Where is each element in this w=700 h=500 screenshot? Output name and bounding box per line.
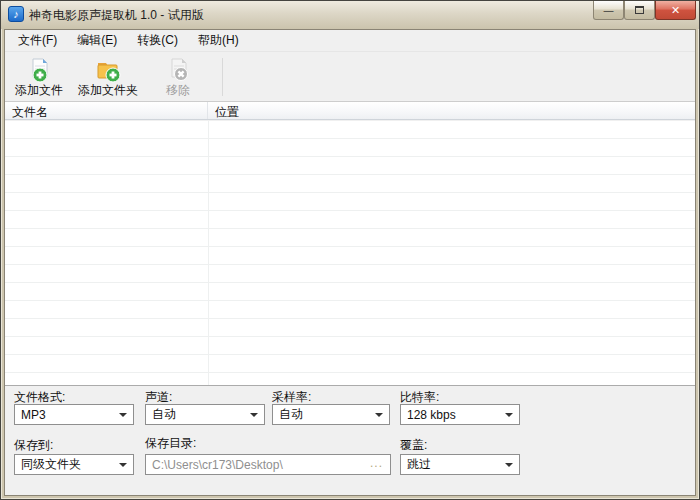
- save-dir-label: 保存目录:: [145, 435, 196, 452]
- menubar: 文件(F) 编辑(E) 转换(C) 帮助(H): [5, 30, 695, 52]
- menu-help[interactable]: 帮助(H): [188, 30, 249, 51]
- format-value: MP3: [21, 408, 46, 422]
- overwrite-value: 跳过: [407, 456, 431, 473]
- save-dir-input[interactable]: C:\Users\cr173\Desktop\ ...: [145, 454, 391, 475]
- sample-rate-select[interactable]: 自动: [272, 404, 390, 425]
- music-note-icon: ♪: [8, 6, 24, 22]
- channels-select[interactable]: 自动: [145, 404, 265, 425]
- app-window: ♪ 神奇电影原声提取机 1.0 - 试用版 — ✕ 文件(F) 编辑(E) 转换…: [0, 0, 700, 500]
- add-folder-button[interactable]: 添加文件夹: [71, 56, 145, 99]
- save-to-select[interactable]: 同级文件夹: [14, 454, 134, 475]
- chevron-down-icon: [505, 413, 513, 417]
- save-to-value: 同级文件夹: [21, 456, 81, 473]
- menu-file[interactable]: 文件(F): [8, 30, 67, 51]
- titlebar[interactable]: ♪ 神奇电影原声提取机 1.0 - 试用版 — ✕: [0, 0, 700, 29]
- column-header-location[interactable]: 位置: [208, 102, 695, 119]
- remove-label: 移除: [166, 84, 190, 97]
- save-dir-value: C:\Users\cr173\Desktop\: [152, 458, 283, 472]
- window-title: 神奇电影原声提取机 1.0 - 试用版: [29, 7, 204, 24]
- remove-button[interactable]: 移除: [151, 56, 205, 99]
- column-divider: [208, 121, 209, 385]
- chevron-down-icon: [119, 413, 127, 417]
- add-folder-icon: [95, 57, 122, 84]
- add-file-label: 添加文件: [15, 84, 63, 97]
- file-table-body[interactable]: [5, 121, 695, 385]
- client-area: 文件(F) 编辑(E) 转换(C) 帮助(H): [4, 29, 696, 496]
- settings-panel: 文件格式: 声道: 采样率: 比特率: MP3 自动 自动 1: [5, 385, 695, 495]
- toolbar: 添加文件 添加文件夹: [5, 53, 695, 102]
- close-button[interactable]: ✕: [655, 1, 696, 20]
- maximize-button[interactable]: [624, 1, 655, 20]
- remove-file-icon: [165, 57, 192, 84]
- sample-rate-value: 自动: [279, 406, 303, 423]
- bitrate-select[interactable]: 128 kbps: [400, 404, 520, 425]
- add-file-icon: [26, 57, 53, 84]
- chevron-down-icon: [250, 413, 258, 417]
- bitrate-value: 128 kbps: [407, 408, 456, 422]
- file-table-header: 文件名 位置: [5, 102, 695, 120]
- maximize-icon: [635, 6, 644, 14]
- toolbar-separator: [222, 58, 223, 96]
- format-select[interactable]: MP3: [14, 404, 134, 425]
- chevron-down-icon: [375, 413, 383, 417]
- browse-button[interactable]: ...: [370, 456, 383, 470]
- save-to-label: 保存到:: [14, 437, 53, 454]
- column-header-filename[interactable]: 文件名: [5, 102, 208, 119]
- overwrite-select[interactable]: 跳过: [400, 454, 520, 475]
- chevron-down-icon: [119, 463, 127, 467]
- minimize-button[interactable]: —: [593, 1, 624, 20]
- channels-value: 自动: [152, 406, 176, 423]
- close-icon: ✕: [671, 4, 680, 17]
- window-frame: ♪ 神奇电影原声提取机 1.0 - 试用版 — ✕ 文件(F) 编辑(E) 转换…: [0, 0, 700, 500]
- chevron-down-icon: [505, 463, 513, 467]
- menu-convert[interactable]: 转换(C): [127, 30, 188, 51]
- add-folder-label: 添加文件夹: [78, 84, 138, 97]
- overwrite-label: 覆盖:: [400, 437, 427, 454]
- add-file-button[interactable]: 添加文件: [9, 56, 69, 99]
- minimize-icon: —: [604, 5, 614, 16]
- menu-edit[interactable]: 编辑(E): [67, 30, 127, 51]
